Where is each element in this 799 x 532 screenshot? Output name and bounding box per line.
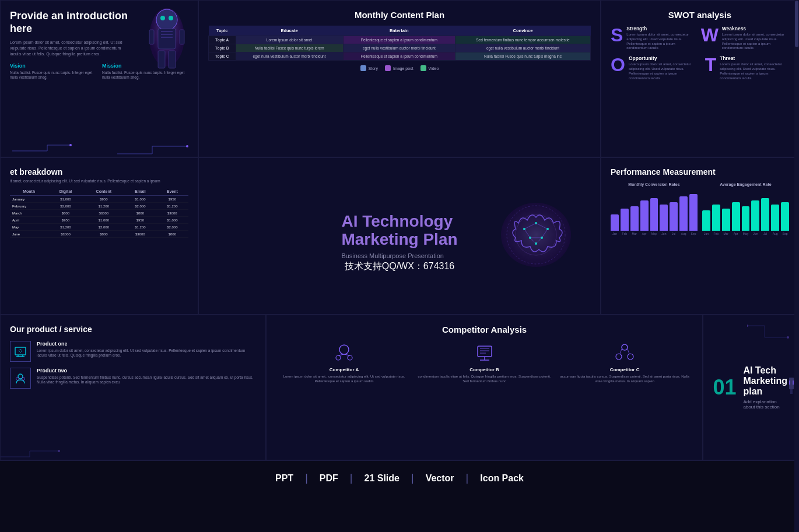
svg-point-3 — [169, 16, 173, 20]
svg-rect-36 — [15, 347, 26, 355]
bar — [679, 196, 688, 231]
competitor-b-name: Competitor B — [416, 367, 553, 372]
competitors-row: Competitor A Lorem ipsum dolor sit amet.… — [276, 343, 693, 384]
col-header-entertain: Entertain — [343, 26, 455, 36]
competitor-c: Competitor C accumsan ligula iaculis cur… — [556, 343, 693, 384]
hero-title-line2: Marketing Plan — [341, 230, 457, 248]
svg-rect-70 — [790, 389, 793, 394]
svg-line-52 — [344, 354, 350, 355]
swot-opportunity-row: O Opportunity Lorem ipsum dolor sit amet… — [611, 55, 789, 80]
weakness-label: Weakness — [722, 26, 789, 31]
svg-point-20 — [501, 203, 571, 267]
bar — [650, 198, 658, 231]
swot-s-letter: S — [611, 26, 623, 44]
topic-a: Topic A — [209, 36, 236, 44]
intro-title: Provide an introduction here — [10, 10, 130, 35]
svg-point-19 — [186, 145, 188, 147]
table-row: Topic A Lorem ipsum dolor sit amet Pelle… — [209, 36, 591, 44]
svg-point-50 — [348, 355, 352, 360]
svg-point-48 — [339, 345, 349, 354]
svg-rect-8 — [149, 30, 154, 44]
svg-line-62 — [620, 349, 622, 354]
swot-o-letter: O — [611, 55, 625, 74]
bar — [640, 200, 649, 231]
strength-label: Strength — [626, 26, 693, 31]
svg-point-47 — [58, 450, 60, 452]
legend-dot-story — [360, 65, 366, 71]
perf-title: Performance Measurement — [611, 167, 789, 177]
bar — [660, 205, 668, 231]
conversion-bars — [611, 190, 698, 231]
aitech-line2: Marketing plan — [743, 376, 787, 396]
legend-dot-imagepost — [385, 65, 391, 71]
topic-b: Topic B — [209, 44, 236, 52]
topic-b-educate: Nulla facilisi Fusce quis nunc turpis lo… — [236, 44, 343, 52]
circuit-top-right — [747, 320, 794, 349]
budget-col-event: Event — [156, 188, 188, 196]
topic-a-convince: Sed fermentum finibus nunc tempor accums… — [455, 36, 590, 44]
vision-text: Nulla facilisi. Fusce quis nunc turpis. … — [10, 71, 96, 80]
hero-title-line1: AI Technology — [341, 212, 453, 230]
bar — [781, 202, 789, 231]
bar — [670, 202, 678, 231]
hero-subtitle: Business Multipurpose Presentation — [341, 252, 457, 259]
hero-title: AI Technology Marketing Plan — [341, 213, 457, 249]
bar — [771, 205, 779, 231]
conversion-title: Monthly Conversion Rates — [611, 182, 698, 186]
aitech-subtitle: Add explanation about this section — [743, 399, 789, 410]
robot-image — [141, 5, 193, 69]
intro-body: Lorem ipsum dolor sit amet, consectetur … — [10, 40, 130, 57]
competitor-a-icon — [332, 343, 356, 364]
slide-monthly: Monthly Content Plan Topic Educate Enter… — [198, 0, 601, 157]
svg-point-15 — [69, 144, 72, 146]
bar — [611, 214, 619, 231]
swot-w-letter: W — [701, 26, 719, 44]
performance-charts: Monthly Conversion Rates JanFebMarAprMay… — [611, 182, 789, 235]
table-row: May$1,200$2,000$1,200$2,000 — [10, 224, 188, 231]
aitech-number: 01 — [713, 375, 736, 400]
slide-swot: SWOT analysis S Strength Lorem ipsum dol… — [601, 0, 799, 157]
budget-col-content: Content — [83, 188, 124, 196]
scrollbar-thumb[interactable] — [795, 1, 798, 47]
content-table: Topic Educate Entertain Convince Topic A… — [208, 26, 591, 61]
legend-video: Video — [420, 65, 439, 71]
bar — [732, 202, 740, 231]
topic-c-convince: Nulla facilisi Fusce quis nunc turpis ma… — [455, 52, 590, 61]
scrollbar[interactable] — [794, 0, 799, 532]
svg-point-1 — [156, 9, 177, 30]
swot-threat: Threat Lorem ipsum dolor sit amet, conse… — [720, 55, 789, 80]
swot-title: SWOT analysis — [611, 10, 789, 20]
competitor-b-text: condimentum iaculis vitae ut felis. Quis… — [416, 375, 553, 384]
bar — [712, 205, 720, 231]
bar — [722, 209, 730, 231]
engagement-title: Average Engagement Rate — [702, 182, 789, 186]
engagement-chart: Average Engagement Rate JanFebMarAprMayJ… — [702, 182, 789, 235]
svg-point-2 — [160, 16, 165, 20]
product-one-icon — [10, 341, 31, 362]
col-header-topic: Topic — [209, 26, 236, 36]
footer-sep-2: | — [350, 472, 353, 484]
competitor-a-text: Lorem ipsum dolor sit amet., consectetur… — [276, 375, 413, 384]
bar — [761, 198, 769, 231]
engagement-labels: JanFebMarAprMayJunJulAugSep — [702, 232, 789, 235]
table-row: Topic B Nulla facilisi Fusce quis nunc t… — [209, 44, 591, 52]
footer-slides: 21 Slide — [365, 473, 400, 484]
engagement-bars — [702, 190, 789, 231]
budget-title: et breakdown — [10, 167, 188, 177]
svg-point-67 — [787, 336, 789, 339]
budget-table: Month Digital Content Email Event Januar… — [10, 188, 188, 238]
table-row: April$950$1,000$950$1,000 — [10, 217, 188, 224]
conversion-labels: JanFebMarAprMayJunJulAugSep — [611, 232, 698, 235]
product-one: Product one Lorem ipsum dolor sit amet, … — [10, 341, 256, 362]
svg-marker-40 — [19, 349, 22, 353]
bar — [742, 206, 750, 231]
product-two-icon — [10, 368, 31, 389]
bar — [702, 210, 710, 231]
vision-label: Vision — [10, 63, 96, 69]
svg-rect-53 — [478, 346, 492, 357]
competitor-a: Competitor A Lorem ipsum dolor sit amet.… — [276, 343, 413, 384]
competitor-title: Competitor Analysis — [276, 325, 693, 334]
competitor-b-icon — [473, 343, 496, 364]
svg-point-68 — [747, 325, 748, 327]
topic-c-educate: eget nulla vestibulum auctor morbi tinci… — [236, 52, 343, 61]
